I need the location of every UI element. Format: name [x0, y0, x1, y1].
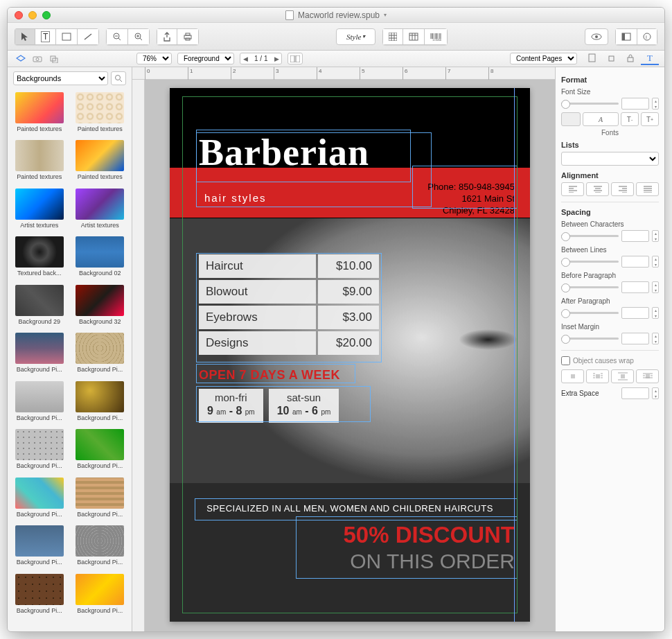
wrap-checkbox[interactable] — [561, 356, 570, 365]
thumbnail-item[interactable]: Background Pi... — [73, 429, 128, 473]
wrap-mode-1[interactable] — [561, 369, 584, 383]
thumbnail-item[interactable]: Background Pi... — [12, 429, 67, 473]
library-category-select[interactable]: Backgrounds — [13, 71, 108, 85]
insert-table-button[interactable] — [403, 28, 424, 45]
align-justify-button[interactable] — [636, 182, 659, 196]
select-tool[interactable] — [15, 28, 35, 45]
thumbnail-item[interactable]: Background 29 — [12, 285, 67, 329]
font-buttons: A T- T+ — [561, 112, 659, 126]
inspector-tab-lock[interactable] — [621, 53, 639, 65]
library-tab-assets[interactable] — [16, 55, 26, 63]
thumbnail-item[interactable]: Background Pi... — [12, 478, 67, 521]
thumbnail-item[interactable]: Background Pi... — [12, 525, 67, 569]
wrap-mode-4[interactable] — [636, 369, 659, 383]
vertical-guide[interactable] — [514, 88, 515, 622]
char-spacing-input[interactable] — [621, 230, 649, 242]
thumbnail-item[interactable]: Background Pi... — [73, 478, 128, 521]
font-size-input[interactable] — [621, 98, 649, 110]
spread-view-button[interactable] — [288, 53, 303, 64]
thumbnail-item[interactable]: Painted textures — [12, 140, 67, 184]
thumbnail-item[interactable]: Painted textures — [12, 92, 67, 136]
char-spacing-slider[interactable] — [561, 235, 619, 237]
inset-margin-input[interactable] — [621, 333, 649, 344]
thumbnail-item[interactable]: Background 02 — [73, 236, 128, 280]
align-right-button[interactable] — [611, 182, 634, 196]
thumbnail-image — [76, 333, 124, 364]
align-center-button[interactable] — [586, 182, 609, 196]
wrap-checkbox-row[interactable]: Object causes wrap — [561, 356, 659, 365]
inspector-tab-text[interactable]: T — [641, 53, 659, 65]
thumbnail-item[interactable]: Background Pi... — [73, 525, 128, 569]
font-family-button[interactable]: A — [583, 112, 619, 126]
lists-select[interactable] — [561, 152, 659, 166]
document-page[interactable]: Barberian hair styles Phone: 850-948-394… — [170, 88, 530, 622]
thumbnail-grid: Painted texturesPainted texturesPainted … — [8, 89, 132, 631]
inspector-tab-wrap[interactable] — [602, 53, 620, 65]
page-prev-button[interactable]: ◀ — [240, 55, 250, 62]
font-size-slider[interactable] — [561, 103, 619, 105]
library-tab-layers[interactable] — [49, 55, 59, 63]
layout-select[interactable]: Content Pages — [510, 53, 577, 64]
inspector-tab-page[interactable] — [583, 53, 601, 65]
line-spacing-slider[interactable] — [561, 261, 619, 263]
inset-margin-slider[interactable] — [561, 338, 619, 340]
title-dropdown-icon[interactable]: ▾ — [384, 12, 387, 18]
canvas-scroll[interactable]: Barberian hair styles Phone: 850-948-394… — [145, 80, 555, 631]
zoom-select[interactable]: 76% — [136, 53, 172, 64]
inset-margin-stepper[interactable]: ▴▾ — [652, 333, 659, 344]
thumbnail-item[interactable]: Background Pi... — [12, 574, 67, 618]
line-spacing-stepper[interactable]: ▴▾ — [652, 256, 659, 268]
thumbnail-item[interactable]: Painted textures — [73, 140, 128, 184]
after-para-stepper[interactable]: ▴▾ — [652, 307, 659, 319]
shape-tool[interactable] — [55, 28, 77, 45]
align-left-button[interactable] — [561, 182, 584, 196]
print-button[interactable] — [177, 28, 199, 45]
before-para-stepper[interactable]: ▴▾ — [652, 281, 659, 293]
svg-point-15 — [36, 58, 39, 60]
line-tool[interactable] — [77, 28, 99, 45]
style-button[interactable]: Style ▾ — [336, 28, 375, 45]
thumbnail-item[interactable]: Background Pi... — [12, 381, 67, 425]
toggle-inspector-button[interactable]: i — [637, 28, 657, 45]
layer-select[interactable]: Foreground — [177, 53, 234, 64]
preview-button[interactable] — [585, 28, 608, 45]
font-color-button[interactable] — [561, 112, 581, 126]
thumbnail-item[interactable]: Background Pi... — [73, 333, 128, 376]
after-para-slider[interactable] — [561, 312, 619, 314]
thumbnail-item[interactable]: Background 32 — [73, 285, 128, 329]
thumbnail-item[interactable]: Artist textures — [73, 189, 128, 232]
font-size-stepper[interactable]: ▴▾ — [652, 98, 659, 110]
thumbnail-item[interactable]: Background Pi... — [12, 333, 67, 376]
font-larger-button[interactable]: T+ — [641, 112, 659, 126]
insert-barcode-button[interactable]: 123456 — [424, 28, 448, 45]
ruler-tick: 6 — [403, 67, 403, 80]
share-button[interactable] — [157, 28, 177, 45]
insert-grid-button[interactable] — [382, 28, 403, 45]
text-tool[interactable]: T — [35, 28, 55, 45]
library-tab-camera[interactable] — [33, 55, 42, 63]
wrap-mode-3[interactable] — [611, 369, 634, 383]
zoom-out-button[interactable] — [106, 28, 127, 45]
wrap-mode-2[interactable] — [586, 369, 609, 383]
line-spacing-input[interactable] — [621, 256, 649, 268]
library-search-button[interactable] — [111, 71, 126, 85]
toggle-sidebar-button[interactable] — [615, 28, 637, 45]
char-spacing-stepper[interactable]: ▴▾ — [652, 230, 659, 242]
before-para-input[interactable] — [621, 281, 649, 293]
extra-space-input[interactable] — [621, 387, 649, 399]
page-next-button[interactable]: ▶ — [272, 55, 281, 62]
thumbnail-image — [15, 92, 64, 123]
thumbnail-label: Background Pi... — [77, 462, 123, 469]
extra-space-stepper[interactable]: ▴▾ — [652, 387, 659, 399]
thumbnail-item[interactable]: Background Pi... — [73, 574, 128, 618]
thumbnail-image — [76, 381, 124, 412]
after-para-input[interactable] — [621, 307, 649, 319]
thumbnail-item[interactable]: Textured back... — [12, 236, 67, 280]
thumbnail-image — [15, 478, 64, 509]
thumbnail-item[interactable]: Artist textures — [12, 189, 67, 232]
thumbnail-item[interactable]: Background Pi... — [73, 381, 128, 425]
thumbnail-item[interactable]: Painted textures — [73, 92, 128, 136]
before-para-slider[interactable] — [561, 286, 619, 288]
font-smaller-button[interactable]: T- — [621, 112, 639, 126]
zoom-in-button[interactable] — [127, 28, 150, 45]
